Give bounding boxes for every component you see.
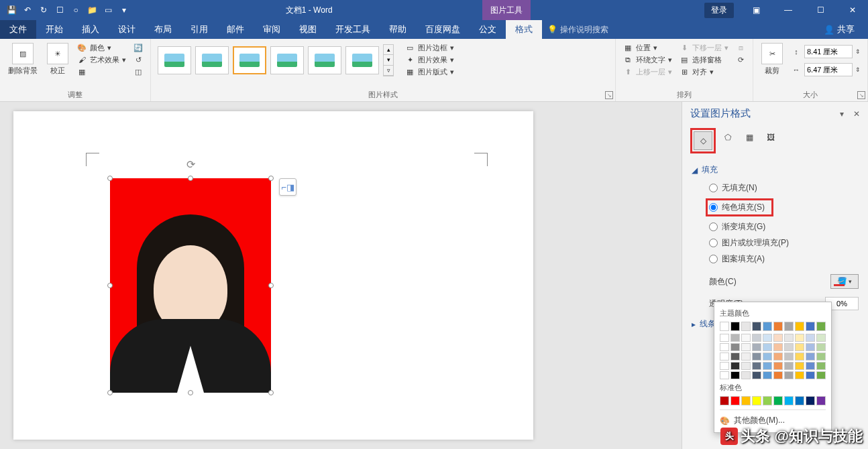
reset-picture-button[interactable]: ↺ <box>130 54 146 66</box>
color-swatch[interactable] <box>741 334 751 342</box>
spinner-icon[interactable]: ⇕ <box>855 66 861 73</box>
color-swatch[interactable] <box>773 343 783 351</box>
style-thumb[interactable] <box>308 46 341 74</box>
color-swatch[interactable] <box>752 334 761 342</box>
color-swatch[interactable] <box>784 322 794 331</box>
style-thumb[interactable] <box>233 46 266 74</box>
color-swatch[interactable] <box>795 362 804 370</box>
qat-dropdown-icon[interactable]: ▾ <box>118 4 130 16</box>
layout-options-button[interactable]: ⌐◨ <box>279 178 296 196</box>
color-swatch[interactable] <box>806 362 815 370</box>
style-thumb[interactable] <box>270 46 304 74</box>
color-swatch[interactable] <box>741 396 751 405</box>
tab-review[interactable]: 审阅 <box>254 20 290 39</box>
color-swatch[interactable] <box>773 334 783 342</box>
color-swatch[interactable] <box>752 322 761 331</box>
color-swatch[interactable] <box>773 396 783 405</box>
color-swatch[interactable] <box>720 343 729 351</box>
tab-references[interactable]: 引用 <box>181 20 217 39</box>
color-swatch[interactable] <box>741 343 751 351</box>
redo-icon[interactable]: ↻ <box>38 4 50 16</box>
color-swatch[interactable] <box>763 334 772 342</box>
color-swatch[interactable] <box>795 396 804 405</box>
color-swatch[interactable] <box>806 343 815 351</box>
pane-options-icon[interactable]: ▾ <box>840 109 844 119</box>
color-swatch[interactable] <box>795 371 804 379</box>
color-swatch[interactable] <box>730 371 740 379</box>
color-swatch[interactable] <box>752 396 761 405</box>
color-swatch[interactable] <box>795 352 804 361</box>
color-swatch[interactable] <box>806 322 815 331</box>
compress-button[interactable]: ▦ <box>74 66 129 78</box>
touch-mode-icon[interactable]: ☐ <box>54 4 66 16</box>
document-canvas[interactable]: ⟳ ⌐◨ <box>0 102 682 449</box>
tab-layout[interactable]: 布局 <box>145 20 181 39</box>
change-picture-button[interactable]: 🔄 <box>130 42 146 54</box>
color-swatch[interactable] <box>773 371 783 379</box>
selection-pane-button[interactable]: ▤选择窗格 <box>676 54 731 66</box>
wrap-text-button[interactable]: ⧉环绕文字▾ <box>620 54 675 66</box>
picture-fill-radio[interactable]: 图片或纹理填充(P) <box>709 237 861 249</box>
color-swatch[interactable] <box>720 334 729 342</box>
styles-launcher[interactable]: ↘ <box>605 91 613 99</box>
color-swatch[interactable] <box>752 352 761 361</box>
color-swatch[interactable] <box>773 362 783 370</box>
color-swatch[interactable] <box>806 371 815 379</box>
picture-tab-icon[interactable]: 🖼 <box>761 128 780 147</box>
color-swatch[interactable] <box>784 396 794 405</box>
resize-handle[interactable] <box>188 176 193 181</box>
color-swatch[interactable] <box>730 396 740 405</box>
color-swatch[interactable] <box>730 362 740 370</box>
color-swatch[interactable] <box>741 371 751 379</box>
color-swatch[interactable] <box>730 343 740 351</box>
corrections-button[interactable]: ☀ 校正 <box>43 42 72 77</box>
color-swatch[interactable] <box>806 334 815 342</box>
height-input[interactable] <box>804 45 853 58</box>
color-swatch[interactable] <box>816 322 826 331</box>
color-swatch[interactable] <box>763 371 772 379</box>
tab-insert[interactable]: 插入 <box>72 20 109 39</box>
picture-border-button[interactable]: ▭图片边框▾ <box>402 42 457 54</box>
tab-design[interactable]: 设计 <box>109 20 145 39</box>
color-swatch[interactable] <box>816 396 826 405</box>
resize-handle[interactable] <box>107 283 113 288</box>
color-swatch[interactable] <box>773 322 783 331</box>
color-swatch[interactable] <box>816 371 826 379</box>
artistic-effects-button[interactable]: 🖌艺术效果▾ <box>74 54 129 66</box>
tell-me-search[interactable]: 💡 操作说明搜索 <box>547 20 608 39</box>
color-button[interactable]: 🎨颜色▾ <box>74 42 129 54</box>
login-button[interactable]: 登录 <box>704 3 734 18</box>
color-swatch[interactable] <box>720 362 729 370</box>
color-swatch[interactable] <box>741 362 751 370</box>
picture-styles-gallery[interactable]: ▴▾▿ <box>155 42 396 79</box>
color-swatch[interactable] <box>795 334 804 342</box>
doc-icon[interactable]: ▭ <box>102 4 114 16</box>
color-swatch[interactable] <box>730 352 740 361</box>
pane-close-icon[interactable]: ✕ <box>853 109 860 119</box>
color-swatch[interactable] <box>720 396 729 405</box>
new-icon[interactable]: ○ <box>70 4 82 16</box>
remove-background-button[interactable]: ▨ 删除背景 <box>4 42 42 77</box>
tab-developer[interactable]: 开发工具 <box>326 20 380 39</box>
spinner-icon[interactable]: ⇕ <box>855 48 861 55</box>
selected-picture[interactable]: ⟳ ⌐◨ <box>110 178 271 393</box>
tab-view[interactable]: 视图 <box>290 20 326 39</box>
tab-mailings[interactable]: 邮件 <box>217 20 254 39</box>
color-swatch[interactable] <box>752 343 761 351</box>
color-swatch[interactable] <box>806 352 815 361</box>
color-swatch[interactable] <box>806 396 815 405</box>
maximize-icon[interactable]: ☐ <box>805 0 836 20</box>
align-button[interactable]: ⊞对齐▾ <box>676 66 731 78</box>
style-thumb[interactable] <box>195 46 229 74</box>
rotate-handle-icon[interactable]: ⟳ <box>186 158 195 171</box>
color-swatch[interactable] <box>720 352 729 361</box>
color-swatch[interactable] <box>784 371 794 379</box>
undo-icon[interactable]: ↶ <box>21 4 34 16</box>
resize-handle[interactable] <box>268 390 274 395</box>
color-swatch[interactable] <box>763 343 772 351</box>
pattern-fill-radio[interactable]: 图案填充(A) <box>709 253 861 265</box>
tab-help[interactable]: 帮助 <box>380 20 416 39</box>
color-swatch[interactable] <box>784 362 794 370</box>
save-icon[interactable]: 💾 <box>5 4 17 16</box>
tab-gongwen[interactable]: 公文 <box>470 20 506 39</box>
